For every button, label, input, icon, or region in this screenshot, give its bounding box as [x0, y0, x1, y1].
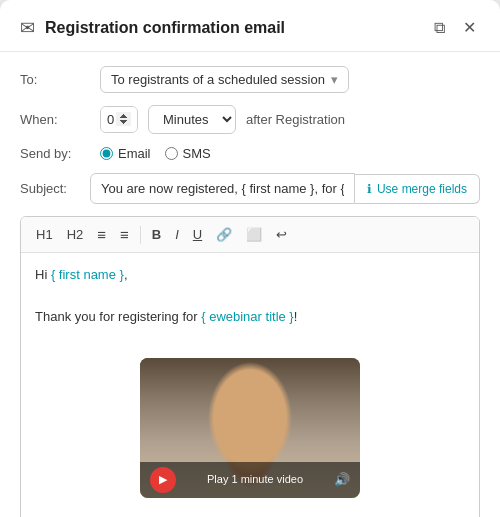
video-overlay: ▶ Play 1 minute video 🔊	[140, 462, 360, 498]
toolbar-image[interactable]: ⬜	[241, 224, 267, 245]
email-editor: H1 H2 ≡ ≡ B I U 🔗 ⬜ ↩ Hi { first name },…	[20, 216, 480, 517]
toolbar-h2[interactable]: H2	[62, 224, 89, 245]
editor-content[interactable]: Hi { first name }, Thank you for registe…	[21, 253, 479, 517]
to-row: To: To registrants of a scheduled sessio…	[20, 66, 480, 93]
send-by-label: Send by:	[20, 146, 90, 161]
editor-body: Thank you for registering for { ewebinar…	[35, 307, 465, 328]
email-icon: ✉	[20, 17, 35, 39]
to-dropdown[interactable]: To registrants of a scheduled session ▾	[100, 66, 349, 93]
toolbar-divider-1	[140, 226, 141, 244]
subject-input[interactable]	[90, 173, 355, 204]
radio-email-input[interactable]	[100, 147, 113, 160]
when-number-field[interactable]	[101, 107, 137, 132]
merge-first-name: { first name }	[51, 267, 124, 282]
when-label: When:	[20, 112, 90, 127]
when-unit-select[interactable]: Minutes Hours Days	[148, 105, 236, 134]
modal-body: To: To registrants of a scheduled sessio…	[0, 52, 500, 517]
when-number-input[interactable]	[100, 106, 138, 133]
video-label: Play 1 minute video	[176, 471, 334, 489]
radio-sms-label: SMS	[183, 146, 211, 161]
toolbar-ul[interactable]: ≡	[92, 223, 111, 246]
after-text: after Registration	[246, 112, 345, 127]
to-label: To:	[20, 72, 90, 87]
toolbar-h1[interactable]: H1	[31, 224, 58, 245]
subject-label: Subject:	[20, 181, 90, 196]
toolbar-ol[interactable]: ≡	[115, 223, 134, 246]
merge-fields-button[interactable]: ℹ Use merge fields	[355, 174, 480, 204]
modal-close-button[interactable]: ✕	[459, 16, 480, 39]
video-block[interactable]: ▶ Play 1 minute video 🔊	[140, 358, 360, 498]
radio-sms[interactable]: SMS	[165, 146, 211, 161]
merge-ewebinar-title: { ewebinar title }	[201, 309, 294, 324]
volume-icon[interactable]: 🔊	[334, 470, 350, 491]
send-by-options: Email SMS	[100, 146, 211, 161]
editor-toolbar: H1 H2 ≡ ≡ B I U 🔗 ⬜ ↩	[21, 217, 479, 253]
toolbar-bold[interactable]: B	[147, 224, 166, 245]
subject-row: Subject: ℹ Use merge fields	[20, 173, 480, 204]
radio-sms-input[interactable]	[165, 147, 178, 160]
editor-greeting: Hi { first name },	[35, 265, 465, 286]
when-row: When: Minutes Hours Days after Registrat…	[20, 105, 480, 134]
modal-title: Registration confirmation email	[45, 19, 420, 37]
radio-email[interactable]: Email	[100, 146, 151, 161]
radio-email-label: Email	[118, 146, 151, 161]
toolbar-undo[interactable]: ↩	[271, 224, 292, 245]
copy-button[interactable]: ⧉	[430, 17, 449, 39]
send-by-row: Send by: Email SMS	[20, 146, 480, 161]
play-button[interactable]: ▶	[150, 467, 176, 493]
to-value: To registrants of a scheduled session	[111, 72, 325, 87]
info-icon: ℹ	[367, 182, 372, 196]
modal-container: ✉ Registration confirmation email ⧉ ✕ To…	[0, 0, 500, 517]
modal-header: ✉ Registration confirmation email ⧉ ✕	[0, 0, 500, 52]
merge-fields-label: Use merge fields	[377, 182, 467, 196]
chevron-down-icon: ▾	[331, 72, 338, 87]
video-thumbnail: ▶ Play 1 minute video 🔊	[140, 358, 360, 498]
toolbar-italic[interactable]: I	[170, 224, 184, 245]
toolbar-underline[interactable]: U	[188, 224, 207, 245]
header-actions: ⧉ ✕	[430, 16, 480, 39]
toolbar-link[interactable]: 🔗	[211, 224, 237, 245]
